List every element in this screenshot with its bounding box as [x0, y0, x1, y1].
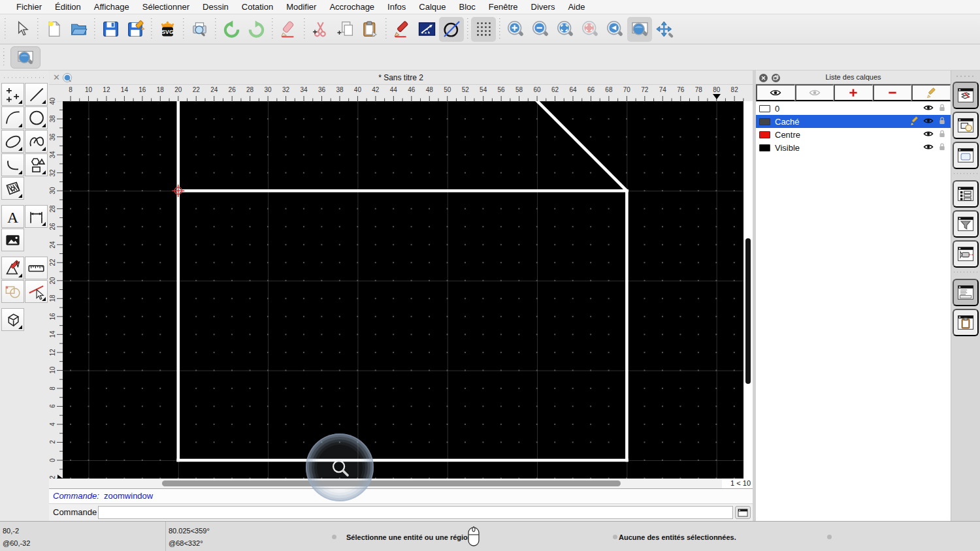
print-preview-button[interactable] [187, 17, 212, 42]
layer-name: 0 [775, 104, 920, 114]
box-3d-tool-button[interactable] [1, 308, 24, 331]
hatch-tool-button[interactable] [1, 177, 24, 200]
arc-tool-button[interactable] [1, 106, 24, 129]
selection-cursor-button[interactable] [9, 17, 34, 42]
modify-tool-button[interactable] [1, 257, 24, 279]
image-tool-button[interactable] [1, 228, 24, 251]
menu-divers[interactable]: Divers [525, 0, 562, 14]
layer-visibility-icon[interactable] [920, 142, 934, 154]
ellipse-tool-button[interactable] [1, 130, 24, 153]
ruler-label: 66 [583, 86, 598, 93]
paste-button[interactable] [357, 17, 382, 42]
zoom-pan-button[interactable] [652, 17, 677, 42]
layer-row-centre[interactable]: Centre [756, 128, 951, 141]
angle-ortho-button[interactable] [414, 17, 439, 42]
library-browser-dock-button[interactable] [953, 142, 979, 169]
polygon-tool-button[interactable] [25, 153, 48, 176]
vertical-scrollbar[interactable] [743, 101, 753, 479]
deselect-tool-button[interactable] [25, 280, 48, 303]
menu-infos[interactable]: Infos [381, 0, 412, 14]
toolbar-drag-handle[interactable] [3, 18, 8, 40]
vertical-scrollbar-thumb[interactable] [745, 238, 751, 384]
construction-mode-button[interactable] [439, 17, 464, 42]
save-document-button[interactable] [98, 17, 123, 42]
command-line-dock-button[interactable] [953, 279, 979, 306]
layer-list-dock-button[interactable] [953, 82, 979, 109]
layer-visibility-icon[interactable] [920, 102, 934, 115]
spline-tool-button[interactable] [25, 130, 48, 153]
line-tool-button[interactable] [25, 83, 48, 106]
points-tool-button[interactable] [1, 83, 24, 106]
layer-lock-icon[interactable] [934, 116, 947, 128]
copy-button[interactable] [333, 17, 357, 42]
layer-visibility-icon[interactable] [920, 129, 934, 141]
pen-settings-button[interactable] [389, 17, 414, 42]
measure-tool-button[interactable] [25, 257, 48, 279]
block-list-dock-button[interactable] [953, 112, 979, 139]
layer-row-0[interactable]: 0 [756, 102, 951, 115]
zoom-window-tool-button[interactable] [10, 46, 41, 69]
menu-cotation[interactable]: Cotation [235, 0, 280, 14]
layer-lock-icon[interactable] [934, 142, 947, 154]
entity-list-dock-button[interactable] [953, 180, 979, 208]
menu-calque[interactable]: Calque [412, 0, 452, 14]
menu-affichage[interactable]: Affichage [88, 0, 136, 14]
drawing-canvas[interactable] [63, 101, 743, 479]
detach-command-button[interactable] [735, 506, 751, 519]
float-panel-icon[interactable] [772, 73, 780, 82]
open-document-button[interactable] [66, 17, 91, 42]
hide-all-layers-button[interactable] [795, 84, 834, 101]
polyline-tool-button[interactable] [1, 153, 24, 176]
export-svg-button[interactable]: SVG [155, 17, 180, 42]
menu-fichier[interactable]: Fichier [10, 0, 48, 14]
menu-aide[interactable]: Aide [561, 0, 591, 14]
dock-drag-handle[interactable] [956, 74, 975, 78]
menu-selectionner[interactable]: Sélectionner [136, 0, 196, 14]
horizontal-scrollbar[interactable] [49, 479, 722, 488]
layer-row-visible[interactable]: Visible [756, 141, 951, 154]
attributes-tool-button[interactable] [1, 280, 24, 303]
menu-bloc[interactable]: Bloc [452, 0, 482, 14]
save-document-as-button[interactable] [123, 17, 148, 42]
edit-layer-button[interactable] [911, 84, 951, 101]
pen-palette-dock-button[interactable] [953, 240, 979, 268]
ruler-label: 12 [99, 86, 114, 93]
text-tool-button[interactable]: A [1, 205, 24, 228]
palette-drag-handle[interactable] [4, 76, 45, 80]
circle-tool-button[interactable] [25, 106, 48, 129]
layer-lock-icon[interactable] [934, 129, 947, 141]
new-document-button[interactable] [41, 17, 66, 42]
redo-button[interactable] [244, 17, 269, 42]
command-prompt-label: Commande : [53, 507, 101, 517]
librecad-window: FichierÉditionAffichageSélectionnerDessi… [0, 0, 980, 551]
zoom-previous-button[interactable] [578, 17, 602, 42]
menu-accrochage[interactable]: Accrochage [323, 0, 381, 14]
zoom-auto-button[interactable] [553, 17, 578, 42]
remove-layer-button[interactable] [873, 84, 912, 101]
clipboard-panel-dock-button[interactable] [953, 309, 979, 336]
layer-row-cache[interactable]: Caché [756, 115, 951, 128]
zoom-redraw-button[interactable] [602, 17, 627, 42]
layer-visibility-icon[interactable] [920, 116, 934, 128]
show-all-layers-button[interactable] [756, 84, 795, 101]
menu-dessin[interactable]: Dessin [196, 0, 235, 14]
menu-modifier[interactable]: Modifier [280, 0, 323, 14]
menu-edition[interactable]: Édition [48, 0, 88, 14]
layer-lock-icon[interactable] [934, 102, 947, 115]
layer-color-swatch [759, 118, 770, 125]
cut-button[interactable] [308, 17, 333, 42]
delete-eraser-button[interactable] [276, 17, 301, 42]
snap-grid-button[interactable] [471, 17, 496, 42]
selection-filter-dock-button[interactable] [953, 210, 979, 238]
horizontal-scrollbar-thumb[interactable] [162, 480, 621, 486]
toolbar-drag-handle[interactable] [1, 48, 7, 67]
dimension-tool-button[interactable] [25, 205, 48, 228]
command-input[interactable] [98, 506, 733, 519]
undo-button[interactable] [219, 17, 244, 42]
menu-fenetre[interactable]: Fenêtre [482, 0, 525, 14]
zoom-in-button[interactable] [503, 17, 528, 42]
zoom-out-button[interactable] [528, 17, 553, 42]
close-panel-icon[interactable] [759, 73, 768, 82]
add-layer-button[interactable] [834, 84, 873, 101]
zoom-window-button[interactable] [627, 17, 652, 42]
